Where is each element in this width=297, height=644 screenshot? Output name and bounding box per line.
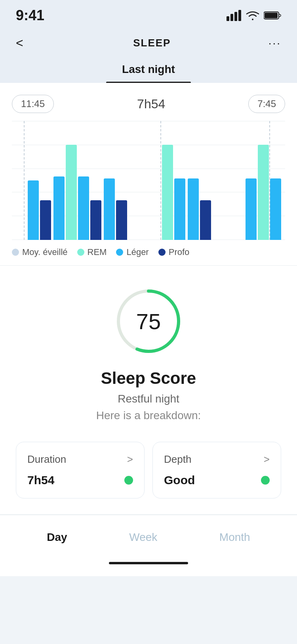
depth-card[interactable]: Depth > Good xyxy=(152,442,281,498)
duration-chevron: > xyxy=(127,453,133,466)
score-number: 75 xyxy=(136,309,161,334)
bar-group-1 xyxy=(28,180,51,240)
legend-light: Léger xyxy=(116,247,148,257)
score-circle: 75 xyxy=(113,286,184,357)
nav-tab-month[interactable]: Month xyxy=(211,527,258,548)
svg-rect-5 xyxy=(265,13,278,18)
period-tab-bar: Last night xyxy=(0,58,297,83)
header-title: SLEEP xyxy=(133,37,171,49)
svg-rect-0 xyxy=(227,16,229,21)
legend-awake: Moy. éveillé xyxy=(12,247,68,257)
end-time-badge: 7:45 xyxy=(248,95,285,113)
duration-label: Duration xyxy=(27,453,66,466)
chart-legend: Moy. éveillé REM Léger Profo xyxy=(12,247,285,257)
sleep-chart xyxy=(12,121,285,240)
svg-rect-3 xyxy=(238,10,241,21)
duration-card[interactable]: Duration > 7h54 xyxy=(16,442,145,498)
chart-section: 11:45 7h54 7:45 xyxy=(0,83,297,266)
home-indicator xyxy=(0,556,297,576)
duration-card-header: Duration > xyxy=(27,453,133,466)
legend-deep: Profo xyxy=(158,247,190,257)
sleep-score-subtitle: Restful night xyxy=(118,393,179,405)
bar-group-4 xyxy=(162,145,185,240)
depth-value: Good xyxy=(164,473,195,487)
vline-start xyxy=(24,121,25,240)
depth-label: Depth xyxy=(164,453,191,466)
back-button[interactable]: < xyxy=(16,36,36,50)
status-time: 9:41 xyxy=(16,7,44,24)
svg-rect-1 xyxy=(230,14,233,21)
duration-value: 7h54 xyxy=(27,473,54,487)
legend-rem: REM xyxy=(77,247,107,257)
duration-indicator xyxy=(124,476,133,485)
nav-tab-day[interactable]: Day xyxy=(39,527,75,548)
wifi-icon xyxy=(246,10,260,21)
signal-icon xyxy=(227,10,242,21)
breakdown-cards: Duration > 7h54 Depth > Good xyxy=(16,442,281,498)
status-icons xyxy=(227,10,281,21)
home-bar xyxy=(109,562,188,564)
depth-card-header: Depth > xyxy=(164,453,270,466)
more-button[interactable]: ··· xyxy=(268,37,281,50)
tab-last-night[interactable]: Last night xyxy=(106,58,191,83)
deep-dot xyxy=(158,249,166,256)
light-dot xyxy=(116,249,123,256)
depth-value-row: Good xyxy=(164,473,270,487)
sleep-score-desc: Here is a breakdown: xyxy=(96,409,201,422)
awake-dot xyxy=(12,249,19,256)
battery-icon xyxy=(264,11,281,20)
start-time-badge: 11:45 xyxy=(12,95,54,113)
chart-grid xyxy=(12,121,285,240)
bar-group-6 xyxy=(246,145,281,240)
bar-group-3 xyxy=(104,178,127,240)
depth-chevron: > xyxy=(264,453,270,466)
nav-tab-week[interactable]: Week xyxy=(121,527,165,548)
bar-group-5 xyxy=(188,178,211,240)
duration-value-row: 7h54 xyxy=(27,473,133,487)
rem-dot xyxy=(77,249,84,256)
svg-rect-2 xyxy=(234,12,237,21)
app-header: < SLEEP ··· xyxy=(0,28,297,58)
bottom-nav: Day Week Month xyxy=(0,515,297,556)
sleep-score-title: Sleep Score xyxy=(101,369,196,388)
depth-indicator xyxy=(261,476,270,485)
time-row: 11:45 7h54 7:45 xyxy=(12,95,285,113)
status-bar: 9:41 xyxy=(0,0,297,28)
score-section: 75 Sleep Score Restful night Here is a b… xyxy=(0,266,297,515)
sleep-duration: 7h54 xyxy=(137,97,165,111)
vline-mid xyxy=(160,121,161,240)
bar-group-2 xyxy=(53,145,101,240)
